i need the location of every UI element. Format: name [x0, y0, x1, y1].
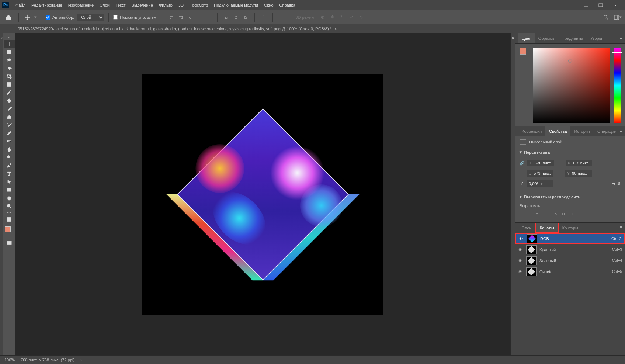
angle-input[interactable]: 0,00° ▾ — [527, 180, 553, 187]
tab-gradients[interactable]: Градиенты — [559, 33, 587, 43]
align-top-icon[interactable]: ⫐ — [222, 13, 231, 22]
lasso-tool[interactable] — [4, 56, 15, 64]
path-select-tool[interactable] — [4, 178, 15, 186]
tab-patterns[interactable]: Узоры — [587, 33, 605, 43]
tab-actions[interactable]: Операции — [594, 126, 620, 136]
menu-filter[interactable]: Фильтр — [156, 3, 176, 7]
channels-panel-menu-icon[interactable]: ≡ — [620, 225, 622, 229]
healing-tool[interactable] — [4, 97, 15, 105]
menu-edit[interactable]: Редактирование — [28, 3, 65, 7]
menu-image[interactable]: Изображение — [65, 3, 97, 7]
menu-select[interactable]: Выделение — [129, 3, 156, 7]
flip-h-icon[interactable]: ⇋ — [612, 181, 615, 186]
tab-paths[interactable]: Контуры — [559, 223, 582, 233]
perspective-header[interactable]: ▾ Перспектива — [515, 148, 625, 157]
quick-select-tool[interactable] — [4, 64, 15, 72]
minimize-button[interactable] — [579, 0, 593, 10]
visibility-eye-icon[interactable]: 👁 — [518, 270, 523, 274]
align-bottom-icon[interactable]: ⫒ — [241, 13, 250, 22]
channel-red[interactable]: 👁 Красный Ctrl+3 — [515, 244, 625, 255]
hue-slider[interactable] — [614, 48, 621, 123]
tab-channels[interactable]: Каналы — [535, 223, 559, 233]
align-h-center-icon[interactable]: ⫎ — [527, 212, 531, 216]
more-options-icon[interactable]: ⋯ — [277, 13, 286, 22]
status-expand-icon[interactable]: › — [80, 358, 82, 362]
zoom-level[interactable]: 100% — [4, 358, 15, 362]
tab-properties[interactable]: Свойства — [545, 126, 570, 136]
tab-swatches[interactable]: Образцы — [535, 33, 559, 43]
show-transform-controls-checkbox[interactable]: Показать упр. элем. — [113, 15, 157, 20]
align-v-center-icon[interactable]: ⫑ — [562, 212, 566, 216]
home-button[interactable] — [3, 12, 14, 22]
pen-tool[interactable] — [4, 162, 15, 170]
blur-tool[interactable] — [4, 145, 15, 153]
x-input[interactable]: X118 пикс. — [566, 160, 592, 166]
workspace-switcher-icon[interactable]: ▾ — [613, 13, 622, 22]
visibility-eye-icon[interactable]: 👁 — [518, 247, 523, 252]
align-left-icon[interactable]: ⫍ — [167, 13, 176, 22]
tab-adjustments[interactable]: Коррекция — [518, 126, 545, 136]
align-more-icon[interactable]: ⋯ — [617, 212, 621, 216]
align-top-edge-icon[interactable]: ⫐ — [554, 212, 558, 216]
visibility-eye-icon[interactable]: 👁 — [519, 236, 524, 241]
dodge-tool[interactable] — [4, 153, 15, 162]
align-right-icon[interactable]: ⫏ — [186, 13, 195, 22]
y-input[interactable]: Y98 пикс. — [565, 170, 592, 177]
menu-plugins[interactable]: Подключаемые модули — [211, 3, 261, 7]
menu-view[interactable]: Просмотр — [187, 3, 211, 7]
align-distribute-header[interactable]: ▾ Выровнять и распределить — [515, 192, 625, 201]
type-tool[interactable] — [4, 170, 15, 178]
menu-layers[interactable]: Слои — [97, 3, 112, 7]
align-left-edge-icon[interactable]: ⫍ — [520, 212, 524, 216]
menu-window[interactable]: Окно — [261, 3, 277, 7]
height-input[interactable]: В573 пикс. — [527, 170, 553, 177]
foreground-background-colors[interactable] — [5, 226, 14, 235]
channel-rgb[interactable]: 👁 RGB Ctrl+2 — [515, 233, 625, 244]
history-brush-tool[interactable] — [4, 121, 15, 129]
screen-mode-icon[interactable] — [4, 239, 15, 247]
distribute-v-icon[interactable]: ⋮ — [259, 13, 268, 22]
maximize-button[interactable] — [593, 0, 608, 10]
menu-3d[interactable]: 3D — [176, 3, 187, 7]
tab-history[interactable]: История — [570, 126, 594, 136]
align-vcenter-icon[interactable]: ⫑ — [232, 13, 240, 22]
zoom-tool[interactable] — [4, 202, 15, 210]
close-window-button[interactable] — [608, 0, 623, 10]
width-input[interactable]: Ш536 пикс. — [527, 160, 554, 166]
color-field[interactable] — [533, 48, 610, 123]
edit-toolbar-icon[interactable]: ⋯ — [4, 210, 15, 215]
align-hcenter-icon[interactable]: ⫎ — [176, 13, 185, 22]
menu-file[interactable]: Файл — [13, 3, 28, 7]
align-bottom-edge-icon[interactable]: ⫒ — [569, 212, 573, 216]
canvas[interactable] — [142, 74, 383, 315]
link-wh-icon[interactable]: 🔗 — [520, 159, 525, 167]
move-tool[interactable] — [4, 40, 15, 48]
distribute-icon[interactable]: ⋯ — [204, 13, 213, 22]
expand-left-strip[interactable]: » — [0, 33, 3, 355]
quick-mask-icon[interactable] — [4, 215, 15, 223]
menu-text[interactable]: Текст — [112, 3, 129, 7]
frame-tool[interactable] — [4, 80, 15, 89]
brush-tool[interactable] — [4, 105, 15, 113]
expand-right-strip[interactable]: « — [510, 33, 515, 355]
hand-tool[interactable] — [4, 194, 15, 202]
color-panel-menu-icon[interactable]: ≡ — [620, 35, 622, 40]
tab-layers[interactable]: Слои — [518, 223, 535, 233]
auto-select-checkbox[interactable]: Автовыбор: — [46, 15, 74, 20]
canvas-area[interactable] — [15, 33, 510, 355]
close-tab-icon[interactable]: × — [334, 27, 337, 31]
visibility-eye-icon[interactable]: 👁 — [518, 259, 523, 263]
eraser-tool[interactable] — [4, 129, 15, 137]
channel-blue[interactable]: 👁 Синий Ctrl+5 — [515, 266, 625, 277]
gradient-tool[interactable] — [4, 137, 15, 145]
crop-tool[interactable] — [4, 72, 15, 80]
clone-stamp-tool[interactable] — [4, 113, 15, 121]
marquee-tool[interactable] — [4, 48, 15, 56]
rectangle-tool[interactable] — [4, 186, 15, 194]
auto-select-target[interactable]: Слой — [77, 14, 104, 21]
toolbox-expand-icon[interactable]: » — [4, 35, 15, 40]
properties-panel-menu-icon[interactable]: ≡ — [620, 128, 622, 133]
search-icon[interactable] — [601, 13, 610, 22]
tab-color[interactable]: Цвет — [518, 33, 535, 43]
document-tab[interactable]: 05152-2879724920-, a close up of a color… — [15, 27, 340, 31]
